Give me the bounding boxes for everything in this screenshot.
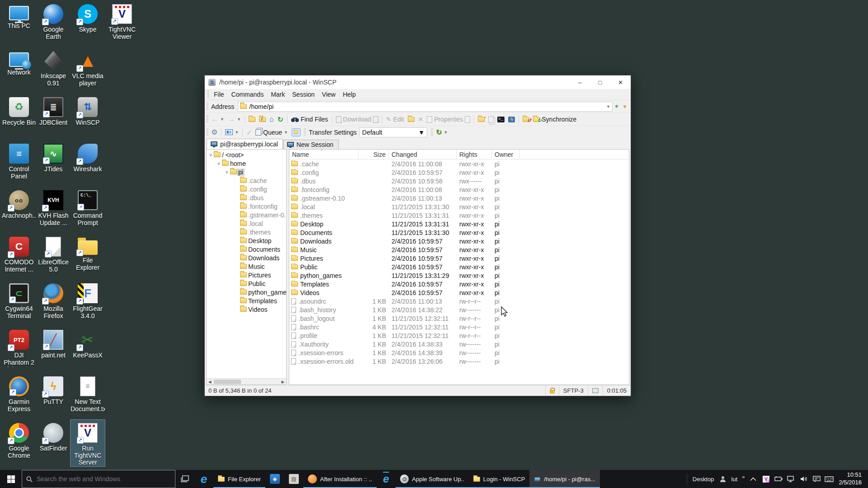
panel-layout-button[interactable]: ▼ — [223, 128, 241, 136]
menu-item[interactable]: Commands — [228, 91, 268, 98]
menu-item[interactable]: File — [210, 91, 228, 98]
back-button[interactable]: ←▼ — [209, 114, 226, 124]
file-row[interactable]: .bash_logout 1 KB 11/21/2015 12:32:11 rw… — [289, 314, 629, 323]
toolbar-chevrons[interactable]: » — [740, 474, 746, 479]
tree-item[interactable]: .cache — [207, 176, 286, 185]
forward-button[interactable]: →▼ — [226, 114, 243, 124]
taskbar-file-explorer[interactable]: File Explorer — [213, 470, 265, 488]
desktop-icon[interactable]: This PC — [2, 1, 36, 47]
desktop-icon[interactable]: File Explorer — [71, 234, 105, 280]
desktop-icon[interactable]: ≣ JDBClient — [36, 94, 71, 141]
notification-tray-button[interactable] — [811, 476, 822, 483]
maximize-button[interactable]: □ — [590, 75, 610, 89]
file-row[interactable]: Music 2/4/2016 10:59:57 rwxr-xr-x pi — [289, 245, 629, 254]
download-button[interactable]: Download — [334, 115, 380, 124]
tree-item[interactable]: ˅ / <root> — [207, 150, 286, 159]
taskbar-apple-update[interactable]: ⚙ Apple Software Up... — [396, 470, 469, 488]
task-view-button[interactable] — [175, 470, 194, 488]
scrollbar-thumb[interactable] — [214, 380, 241, 384]
desktop-icon[interactable]: KVH KVH Flash Update ... — [36, 187, 71, 234]
find-files-button[interactable]: Find Files — [289, 115, 330, 124]
tree-item[interactable]: .config — [207, 185, 286, 193]
tree-item[interactable]: .local — [207, 219, 286, 228]
edit-button[interactable]: ✎Edit — [384, 115, 406, 124]
desktop-icon[interactable]: SatFinder — [36, 420, 71, 466]
column-header-size[interactable]: Size — [359, 150, 389, 159]
taskbar-winscp-login[interactable]: Login - WinSCP — [469, 470, 529, 488]
file-row[interactable]: .xsession-errors 1 KB 2/4/2016 14:38:39 … — [289, 348, 629, 357]
root-directory-button[interactable]: / — [257, 116, 268, 123]
desktop-icon[interactable]: ϟ PuTTY — [36, 373, 71, 420]
desktop-icon[interactable]: V TightVNC Viewer — [105, 1, 139, 47]
column-header-changed[interactable]: Changed — [389, 150, 457, 159]
chevron-down-icon[interactable]: ▼ — [606, 104, 610, 109]
menu-item[interactable]: View — [318, 91, 339, 98]
desktop-icon[interactable]: Garmin Express — [2, 373, 36, 420]
taskbar-after-installation[interactable]: After Installation :: .. — [303, 470, 377, 488]
close-button[interactable]: ✕ — [610, 75, 631, 89]
edge-button[interactable]: e — [194, 470, 213, 488]
tree-expander-icon[interactable]: ˅ — [224, 169, 230, 175]
scrollbar-track[interactable] — [213, 379, 280, 385]
tree-item[interactable]: Downloads — [207, 253, 286, 262]
file-row[interactable]: .gstreamer-0.10 2/4/2016 11:00:13 rwxr-x… — [289, 194, 629, 202]
desktop-icon[interactable]: LibreOffice 5.0 — [36, 234, 71, 280]
tree-item[interactable]: Videos — [207, 305, 286, 314]
tree-item[interactable]: ˅ pi — [207, 168, 286, 176]
desktop-icon[interactable]: PT2 DJI Phantom 2 Vision As... — [2, 327, 36, 373]
file-row[interactable]: Pictures 2/4/2016 10:59:57 rwxr-xr-x pi — [289, 254, 629, 263]
tree-horizontal-scrollbar[interactable]: ◀ ▶ — [207, 378, 286, 385]
tree-item[interactable]: .fontconfig — [207, 202, 286, 211]
menu-item[interactable]: Session — [288, 91, 318, 98]
taskbar-app-blue[interactable]: ◈ — [265, 470, 284, 488]
file-row[interactable]: Documents 11/21/2015 13:31:30 rwxr-xr-x … — [289, 228, 629, 237]
tree-item[interactable]: .themes — [207, 228, 286, 236]
taskbar-clock[interactable]: 10:51 2/5/2016 — [836, 471, 866, 487]
file-row[interactable]: .themes 11/21/2015 13:31:31 rwxr-xr-x pi — [289, 211, 629, 220]
desktop-icon[interactable]: F FlightGear 3.4.0 — [71, 280, 105, 327]
desktop-icon[interactable]: ╱ paint.net — [36, 327, 71, 373]
desktop-icon[interactable]: ♻ Recycle Bin — [2, 94, 36, 141]
desktop-icon[interactable]: Inkscape 0.91 — [36, 47, 71, 94]
show-hidden-icons-button[interactable] — [747, 477, 759, 481]
title-bar[interactable]: ⇅ /home/pi - pi@raspberrypi.local - WinS… — [205, 75, 631, 89]
user-toolbar[interactable] — [717, 475, 729, 483]
file-row[interactable]: .bashrc 4 KB 11/21/2015 12:32:11 rw-r--r… — [289, 323, 629, 331]
desktop-icon[interactable]: Wireshark — [71, 141, 105, 187]
menu-item[interactable]: Mark — [267, 91, 288, 98]
search-input[interactable] — [37, 475, 171, 483]
queue-button[interactable]: Queue▼ — [254, 128, 290, 137]
file-row[interactable]: Videos 2/4/2016 10:59:57 rwxr-xr-x pi — [289, 288, 629, 297]
desktop-icon[interactable]: ∿ JTides — [36, 141, 71, 187]
file-row[interactable]: Desktop 11/21/2015 13:31:31 rwxr-xr-x pi — [289, 220, 629, 228]
tab-session[interactable]: pi@raspberrypi.local — [207, 139, 283, 149]
file-row[interactable]: .xsession-errors.old 1 KB 2/4/2016 13:26… — [289, 357, 629, 366]
minimize-button[interactable]: – — [570, 75, 590, 89]
open-terminal-button[interactable]: >_ — [495, 116, 506, 123]
tree-item[interactable]: Documents — [207, 245, 286, 253]
copy-button[interactable] — [486, 115, 495, 124]
taskbar-winscp-session[interactable]: /home/pi - pi@ras... — [529, 470, 600, 488]
properties-button[interactable]: Properties — [425, 115, 472, 124]
preferences-button[interactable]: ⚙ — [209, 127, 219, 137]
taskbar-search[interactable] — [22, 470, 175, 488]
file-row[interactable]: .cache 2/4/2016 11:00:08 rwxr-xr-x pi — [289, 160, 629, 168]
desktop-icon[interactable]: oo Arachnoph... — [2, 187, 36, 234]
open-folder-button[interactable] — [406, 116, 416, 123]
desktop-icon[interactable]: Google Earth — [36, 1, 71, 47]
desktop-icon[interactable]: C COMODO Internet ... — [2, 234, 36, 280]
address-combo[interactable]: /home/pi ▼ — [238, 102, 613, 112]
tree-item[interactable]: Desktop — [207, 236, 286, 245]
user-toolbar-label[interactable]: lut — [730, 476, 740, 483]
tree-item[interactable]: Templates — [207, 296, 286, 305]
start-button[interactable] — [0, 470, 22, 488]
desktop-icon[interactable]: ✂ KeePassX — [71, 327, 105, 373]
column-header-rights[interactable]: Rights — [457, 150, 492, 159]
file-row[interactable]: .Xauthority 1 KB 2/4/2016 14:38:33 rw---… — [289, 340, 629, 348]
parent-directory-button[interactable] — [247, 116, 257, 123]
tree-expander-icon[interactable]: ˅ — [208, 152, 214, 158]
taskbar-app-gray[interactable]: ▤ — [284, 470, 303, 488]
column-header-owner[interactable]: Owner — [492, 150, 520, 159]
file-row[interactable]: .dbus 2/4/2016 10:59:58 rwx------ pi — [289, 177, 629, 185]
touch-keyboard-button[interactable] — [823, 476, 835, 482]
